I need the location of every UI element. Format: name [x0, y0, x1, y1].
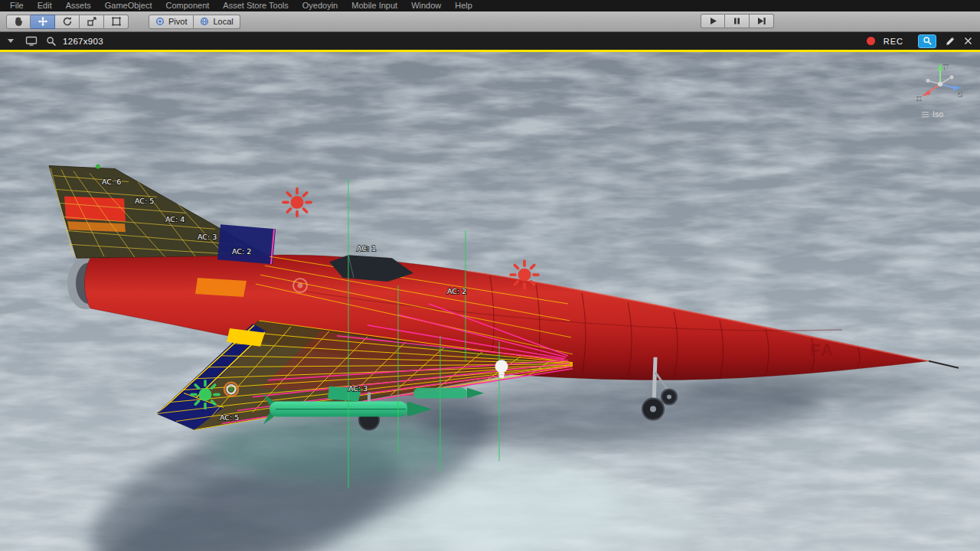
- rotate-icon: [62, 16, 73, 27]
- scene-canvas: FA: [0, 52, 980, 551]
- menu-edit[interactable]: Edit: [31, 0, 59, 11]
- pivot-local-toggles: Pivot Local: [149, 15, 240, 29]
- scale-tool-button[interactable]: [80, 15, 104, 29]
- globe-icon: [200, 17, 209, 26]
- unity-editor-window: File Edit Assets GameObject Component As…: [0, 0, 980, 551]
- menu-bar: File Edit Assets GameObject Component As…: [0, 0, 980, 11]
- gizmo-z-label: z: [959, 91, 962, 98]
- menu-mobile-input[interactable]: Mobile Input: [345, 0, 404, 11]
- edit-pencil-icon: [945, 36, 956, 47]
- ac-label: AC: 2: [447, 287, 466, 295]
- menu-oyedoyin[interactable]: Oyedoyin: [296, 0, 345, 11]
- ac-label: AC: 2: [232, 247, 251, 256]
- scale-icon: [87, 16, 97, 27]
- local-label: Local: [213, 17, 233, 26]
- menu-help[interactable]: Help: [448, 0, 479, 11]
- edit-button[interactable]: [945, 36, 956, 47]
- zoom-button[interactable]: [46, 36, 57, 47]
- gizmo-y-label: y: [944, 63, 948, 70]
- game-viewport[interactable]: FA: [0, 52, 980, 551]
- rect-transform-icon: [111, 16, 122, 27]
- ac-label: AC: 3: [198, 233, 217, 241]
- display-icon: [25, 36, 38, 46]
- ac-label: AC: 1: [357, 244, 376, 253]
- close-button[interactable]: [964, 37, 972, 45]
- menu-gameobject[interactable]: GameObject: [98, 0, 159, 11]
- ac-label: AC: 4: [165, 215, 185, 223]
- pivot-label: Pivot: [168, 17, 187, 26]
- pause-icon: [733, 17, 741, 25]
- rec-label: REC: [884, 37, 903, 46]
- pivot-icon: [155, 17, 165, 26]
- pivot-toggle[interactable]: Pivot: [149, 15, 194, 29]
- gizmo-x-label: x: [917, 95, 921, 102]
- capture-icon: [923, 36, 933, 46]
- play-icon: [709, 17, 717, 25]
- step-button[interactable]: [750, 14, 774, 28]
- game-view-toolbar: 1267x903 REC: [0, 32, 980, 50]
- ac-label: AC: 3: [348, 384, 368, 393]
- display-select-button[interactable]: [25, 36, 38, 46]
- move-icon: [38, 16, 48, 27]
- play-button[interactable]: [701, 14, 725, 28]
- main-toolbar: Pivot Local: [0, 11, 980, 32]
- aircraft-marking: FA: [810, 341, 835, 360]
- local-toggle[interactable]: Local: [194, 15, 240, 29]
- playback-controls: [701, 14, 774, 28]
- rect-tool-button[interactable]: [104, 15, 129, 29]
- rec-indicator-dot: [867, 37, 875, 45]
- move-tool-button[interactable]: [31, 15, 55, 29]
- step-icon: [757, 17, 766, 25]
- menu-window[interactable]: Window: [404, 0, 448, 11]
- wing-roundel: [224, 383, 238, 396]
- menu-component[interactable]: Component: [158, 0, 216, 11]
- recorder-controls: REC: [867, 34, 980, 48]
- ac-label: AC: 5: [220, 413, 239, 422]
- hand-icon: [13, 16, 24, 27]
- menu-asset-store-tools[interactable]: Asset Store Tools: [216, 0, 295, 11]
- menu-assets[interactable]: Assets: [59, 0, 98, 11]
- ac-label: AC: 6: [102, 178, 121, 186]
- iso-label: Iso: [933, 110, 943, 119]
- menu-file[interactable]: File: [3, 0, 31, 11]
- directional-light-gizmo-2[interactable]: [511, 261, 538, 289]
- directional-light-gizmo-green[interactable]: [191, 381, 219, 409]
- resolution-label: 1267x903: [63, 37, 103, 46]
- directional-light-gizmo-1[interactable]: [283, 188, 311, 216]
- close-icon: [964, 37, 972, 45]
- rotate-tool-button[interactable]: [55, 15, 80, 29]
- transform-tools: [6, 15, 129, 29]
- ac-label: AC: 5: [135, 197, 154, 205]
- pause-button[interactable]: [725, 14, 750, 28]
- dropdown-caret-icon[interactable]: [8, 39, 14, 43]
- search-icon: [46, 36, 57, 47]
- capture-button[interactable]: [918, 34, 936, 48]
- hand-tool-button[interactable]: [6, 15, 31, 29]
